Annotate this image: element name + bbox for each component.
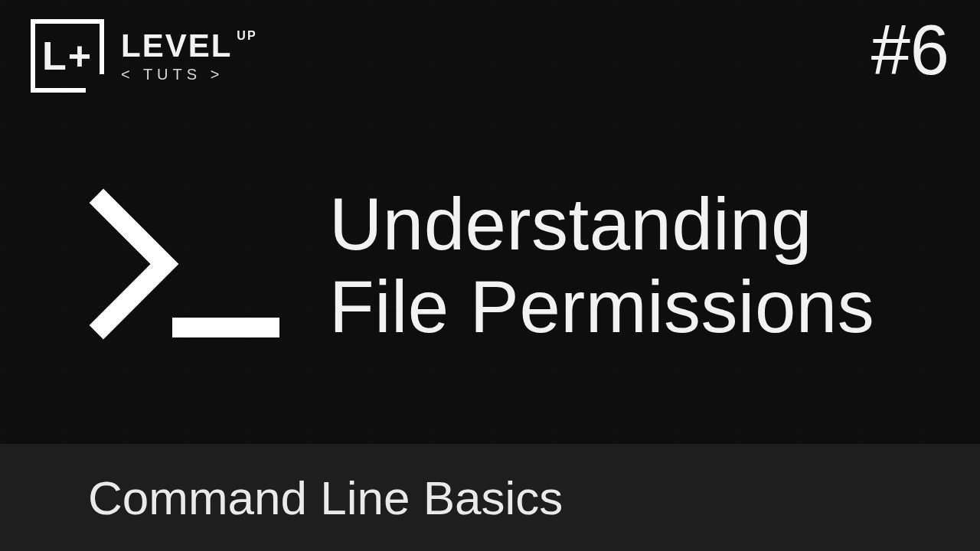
footer-bar: Command Line Basics — [0, 444, 980, 551]
header: L+ LEVELUP < TUTS > #6 — [31, 19, 949, 93]
logo-wordmark: LEVELUP < TUTS > — [121, 30, 257, 82]
svg-rect-0 — [172, 318, 279, 337]
episode-number: #6 — [871, 15, 949, 85]
series-subtitle: Command Line Basics — [88, 471, 563, 525]
logo-mark: L+ — [31, 19, 104, 93]
logo-tuts-text: < TUTS > — [121, 67, 257, 82]
logo-level-text: LEVEL — [121, 30, 232, 62]
terminal-prompt-icon — [88, 180, 279, 351]
logo-mark-text: L+ — [42, 33, 93, 79]
logo-up-text: UP — [237, 29, 256, 42]
logo: L+ LEVELUP < TUTS > — [31, 19, 257, 93]
title-line-1: Understanding — [329, 183, 874, 266]
video-title: Understanding File Permissions — [329, 183, 874, 347]
main-title-block: Understanding File Permissions — [88, 180, 934, 351]
title-line-2: File Permissions — [329, 266, 874, 348]
